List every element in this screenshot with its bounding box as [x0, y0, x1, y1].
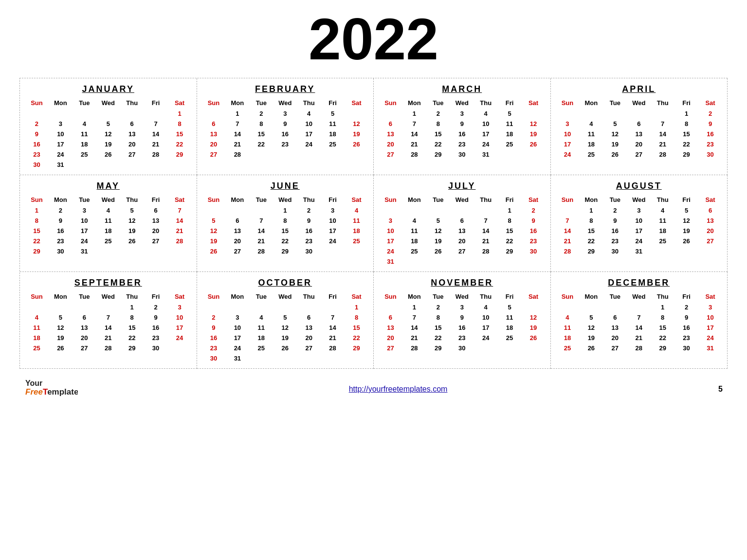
footer-link[interactable]: http://yourfreetemplates.com	[349, 385, 448, 394]
day-cell	[627, 108, 651, 119]
day-cell: 1	[273, 205, 297, 216]
day-cell: 12	[603, 129, 627, 139]
day-cell	[73, 160, 96, 170]
day-cell	[96, 160, 120, 170]
day-cell: 23	[450, 139, 474, 149]
day-header-sun: Sun	[202, 292, 226, 301]
day-cell: 3	[168, 302, 192, 312]
day-cell: 25	[25, 343, 49, 353]
month-name: APRIL	[556, 84, 723, 94]
day-header-fri: Fri	[321, 292, 345, 301]
day-cell	[96, 246, 120, 256]
day-cell	[556, 302, 580, 312]
day-cell: 8	[426, 312, 450, 323]
day-cell: 17	[73, 226, 96, 236]
day-cell: 27	[450, 246, 474, 256]
day-cell: 12	[273, 323, 297, 333]
day-cell	[345, 149, 368, 160]
day-cell: 28	[96, 343, 120, 353]
day-cell: 24	[627, 236, 651, 246]
day-cell: 26	[202, 246, 226, 256]
day-header-tue: Tue	[73, 195, 96, 204]
day-cell: 10	[225, 323, 249, 333]
day-cell: 6	[120, 119, 144, 129]
day-cell: 13	[144, 216, 168, 226]
day-cell: 7	[249, 216, 273, 226]
day-cell	[474, 343, 498, 353]
day-cell: 18	[96, 226, 120, 236]
day-header-thu: Thu	[474, 292, 498, 301]
day-cell: 21	[144, 139, 168, 149]
day-cell: 20	[450, 236, 474, 246]
day-cell	[522, 108, 546, 119]
day-cell	[25, 302, 49, 312]
day-cell	[73, 302, 96, 312]
day-cell: 18	[249, 333, 273, 343]
month-name: MAY	[25, 181, 192, 191]
day-cell: 17	[49, 139, 73, 149]
day-cell: 28	[225, 149, 249, 160]
day-header-tue: Tue	[426, 195, 450, 204]
day-cell	[450, 256, 474, 267]
day-cell: 19	[603, 139, 627, 149]
day-header-wed: Wed	[96, 195, 120, 204]
day-cell: 2	[522, 205, 546, 216]
day-cell: 2	[25, 119, 49, 129]
day-cell	[297, 353, 321, 363]
day-cell: 1	[579, 205, 603, 216]
day-cell: 29	[498, 246, 522, 256]
day-cell: 19	[120, 226, 144, 236]
day-cell: 15	[273, 226, 297, 236]
day-cell: 27	[144, 236, 168, 246]
day-cell: 12	[202, 226, 226, 236]
day-cell	[474, 256, 498, 267]
day-cell: 13	[225, 226, 249, 236]
day-cell: 2	[603, 205, 627, 216]
day-cell	[426, 256, 450, 267]
day-cell: 25	[498, 333, 522, 343]
day-cell: 3	[273, 108, 297, 119]
day-cell: 16	[674, 323, 698, 333]
day-cell: 1	[225, 108, 249, 119]
month-april: APRILSunMonTueWedThuFriSat12345678910111…	[551, 78, 728, 175]
day-header-tue: Tue	[249, 195, 273, 204]
day-cell	[321, 302, 345, 312]
day-cell: 30	[674, 343, 698, 353]
day-cell: 22	[674, 139, 698, 149]
day-cell: 11	[321, 119, 345, 129]
day-cell: 11	[25, 323, 49, 333]
day-cell: 22	[426, 333, 450, 343]
day-cell: 8	[498, 216, 522, 226]
day-cell: 18	[321, 129, 345, 139]
day-header-tue: Tue	[603, 292, 627, 301]
day-cell	[603, 302, 627, 312]
day-cell: 20	[202, 139, 226, 149]
day-cell: 11	[249, 323, 273, 333]
day-cell: 16	[450, 323, 474, 333]
day-cell	[49, 302, 73, 312]
day-cell: 23	[144, 333, 168, 343]
day-cell	[556, 108, 580, 119]
day-cell: 4	[474, 302, 498, 312]
day-cell: 31	[474, 149, 498, 160]
day-cell: 27	[120, 149, 144, 160]
day-cell: 14	[225, 129, 249, 139]
day-cell: 18	[25, 333, 49, 343]
day-cell	[249, 149, 273, 160]
day-cell: 26	[120, 236, 144, 246]
day-cell: 17	[474, 129, 498, 139]
day-cell: 26	[96, 149, 120, 160]
month-name: OCTOBER	[202, 278, 369, 288]
day-cell: 8	[345, 312, 368, 323]
day-header-thu: Thu	[297, 292, 321, 301]
day-cell: 24	[321, 236, 345, 246]
footer-logo: Your Free Templates	[24, 376, 78, 402]
day-header-mon: Mon	[225, 292, 249, 301]
day-cell: 6	[627, 119, 651, 129]
day-cell: 27	[225, 246, 249, 256]
day-cell: 8	[651, 312, 674, 323]
day-header-wed: Wed	[273, 292, 297, 301]
day-cell: 3	[379, 216, 402, 226]
day-header-thu: Thu	[297, 98, 321, 108]
day-cell: 26	[522, 333, 546, 343]
